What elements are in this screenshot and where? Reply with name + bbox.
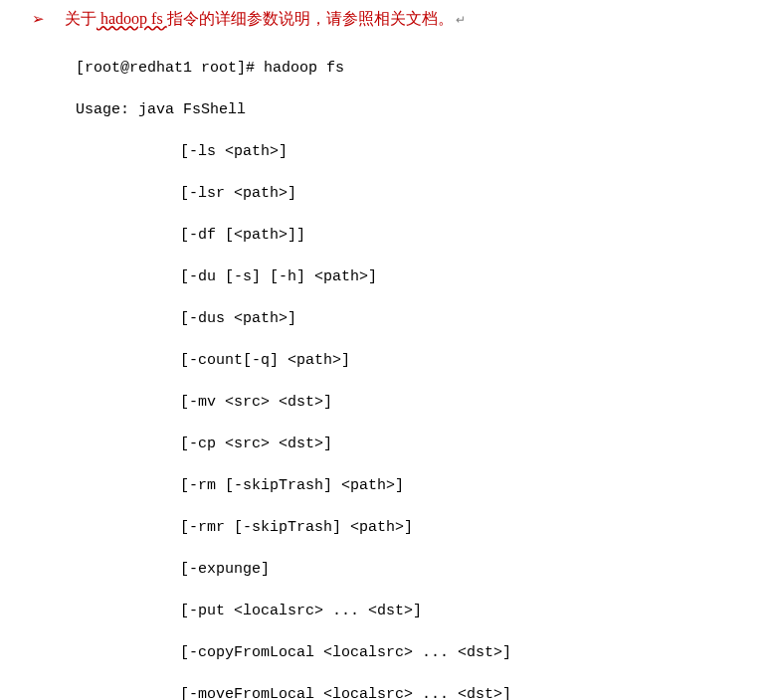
- header-pre: 关于: [65, 10, 96, 27]
- option-line: [-lsr <path>]: [180, 183, 772, 204]
- header-post: 指令的详细参数说明，请参照相关文档。: [167, 10, 454, 27]
- option-line: [-mv <src> <dst>]: [180, 392, 772, 413]
- usage-line: Usage: java FsShell: [76, 99, 772, 120]
- return-mark-icon: ↵: [456, 13, 466, 27]
- header-line: ➢ 关于 hadoop fs 指令的详细参数说明，请参照相关文档。↵: [36, 8, 772, 31]
- option-line: [-moveFromLocal <localsrc> ... <dst>]: [180, 684, 772, 700]
- header-text: 关于 hadoop fs 指令的详细参数说明，请参照相关文档。↵: [65, 8, 466, 31]
- option-line: [-expunge]: [180, 559, 772, 580]
- option-line: [-count[-q] <path>]: [180, 350, 772, 371]
- option-line: [-rmr [-skipTrash] <path>]: [180, 517, 772, 538]
- terminal-output: [root@redhat1 root]# hadoop fs Usage: ja…: [36, 37, 772, 700]
- option-line: [-df [<path>]]: [180, 225, 772, 246]
- option-line: [-copyFromLocal <localsrc> ... <dst>]: [180, 642, 772, 663]
- option-line: [-ls <path>]: [180, 141, 772, 162]
- command-name: hadoop fs: [96, 10, 167, 27]
- option-line: [-du [-s] [-h] <path>]: [180, 266, 772, 287]
- option-line: [-dus <path>]: [180, 308, 772, 329]
- bullet-icon: ➢: [32, 8, 45, 30]
- option-line: [-cp <src> <dst>]: [180, 434, 772, 454]
- option-line: [-put <localsrc> ... <dst>]: [180, 601, 772, 621]
- terminal-prompt: [root@redhat1 root]# hadoop fs: [76, 58, 772, 79]
- option-line: [-rm [-skipTrash] <path>]: [180, 475, 772, 496]
